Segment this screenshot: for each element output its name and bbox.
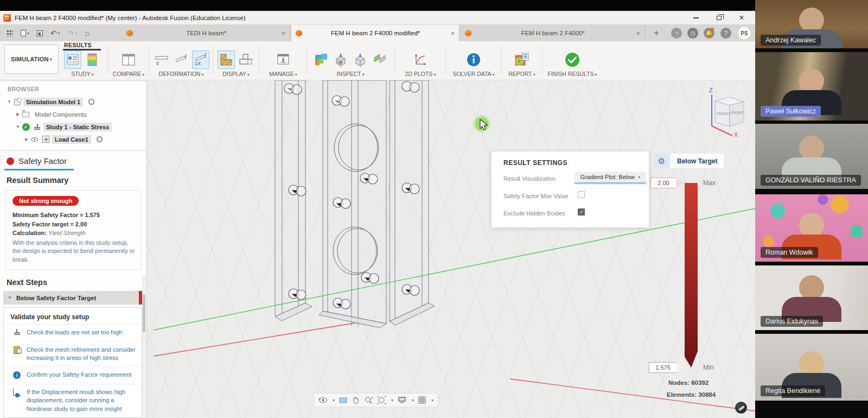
study-legend-icon[interactable]	[84, 50, 101, 69]
next-steps-heading: Next Steps	[0, 270, 146, 291]
tree-item-load-case1[interactable]: ▶ Load Case1	[0, 133, 146, 145]
group-solver-data: SOLVER DATA▾	[449, 50, 499, 77]
minimize-button[interactable]	[685, 11, 707, 25]
fit-view-icon[interactable]	[377, 396, 386, 404]
solver-data-dropdown[interactable]: SOLVER DATA▾	[452, 71, 494, 77]
display-settings-icon[interactable]	[397, 396, 407, 404]
2d-plots-dropdown[interactable]: 2D PLOTS▾	[405, 71, 436, 77]
panel-scrollbar[interactable]	[142, 275, 146, 418]
safety-status-dot	[7, 157, 14, 165]
file-menu-button[interactable]: ▾	[21, 30, 29, 36]
inspect-dropdown[interactable]: INSPECT▾	[336, 71, 365, 77]
tree-item-model-components[interactable]: ▶ Model Components	[0, 108, 146, 121]
below-target-section-header[interactable]: ▼ Below Safety Factor Target	[3, 291, 142, 305]
legend-header[interactable]: Below Target	[671, 154, 724, 168]
legend-min-marker[interactable]: 1.575	[649, 362, 677, 373]
display-blocks-icon[interactable]	[237, 50, 254, 69]
user-avatar[interactable]: PS	[738, 27, 751, 40]
video-tile[interactable]: Darius Eidukynas	[755, 265, 868, 330]
fusion-doc-icon	[296, 30, 302, 37]
study-dropdown[interactable]: STUDY▾	[71, 71, 94, 77]
svg-text:I: I	[185, 53, 187, 59]
manage-icon[interactable]	[275, 50, 292, 69]
deformation-adjusted-icon[interactable]: I	[173, 50, 190, 69]
video-tile[interactable]: Regita Bendikienė	[755, 334, 868, 401]
legend-settings-gear-icon[interactable]: ⚙	[654, 154, 669, 168]
video-tile[interactable]: GONZALO VALIÑO RIESTRA	[755, 124, 868, 189]
look-at-icon[interactable]	[339, 396, 348, 404]
calculation-line: Calculation: Yield Strength	[12, 229, 135, 238]
2d-plots-icon[interactable]	[412, 50, 429, 69]
workspace-selector[interactable]: SIMULATION▾	[4, 45, 59, 74]
tab-tedi-h-beam[interactable]: TEDI H beam* ×	[122, 25, 290, 41]
close-button[interactable]: ×	[730, 11, 753, 25]
deformation-dropdown[interactable]: DEFORMATION▾	[159, 71, 204, 77]
tab-fem-h-beam[interactable]: FEM H beam 2 F4000* ×	[461, 25, 645, 41]
undo-button[interactable]: ↶▾	[50, 29, 60, 37]
restore-button[interactable]	[707, 11, 730, 25]
legend-max-marker[interactable]: 2.00	[650, 178, 676, 188]
home-icon[interactable]: ⌂	[85, 29, 90, 37]
tree-item-study1[interactable]: ▼ ✓ Study 1 - Static Stress	[0, 121, 146, 133]
info-icon: i	[10, 371, 23, 379]
report-icon[interactable]	[513, 50, 531, 69]
exclude-hidden-checkbox[interactable]	[578, 208, 585, 216]
video-tile[interactable]: Andrzej Kawalec	[755, 0, 868, 48]
fusion-doc-icon	[465, 30, 471, 37]
ribbon-tab-results[interactable]: RESULTS	[64, 42, 92, 48]
tree-item-simulation-model[interactable]: ▼ Simulation Model 1	[0, 96, 146, 108]
manage-dropdown[interactable]: MANAGE▾	[269, 71, 297, 77]
video-tile[interactable]: Roman Wdowik	[755, 194, 868, 262]
orbit-icon[interactable]	[318, 396, 328, 404]
app-grid-icon[interactable]	[7, 30, 13, 36]
svg-text:0: 0	[156, 61, 159, 66]
visualization-dropdown[interactable]: Gradient Plot: Below▾	[575, 172, 646, 184]
save-button[interactable]	[37, 30, 43, 36]
display-mesh-icon[interactable]	[218, 50, 235, 69]
tab-fem-h-beam-modified[interactable]: FEM H beam 2 F4000 modified* ×	[291, 25, 459, 41]
video-tile[interactable]: Paweł Sułkowicz	[755, 52, 868, 121]
visibility-eye-icon[interactable]	[30, 135, 39, 143]
step-check-loads[interactable]: Check the loads are not set too high	[4, 324, 142, 341]
nonlinear-chart-icon	[10, 389, 23, 396]
inspect-xyz-probe-icon[interactable]: xyz	[332, 50, 349, 69]
nodes-count: Nodes: 60392	[668, 379, 709, 386]
inspect-probe-icon[interactable]	[352, 50, 369, 69]
participant-name: GONZALO VALIÑO RIESTRA	[761, 175, 861, 186]
compare-dropdown[interactable]: COMPARE▾	[113, 71, 144, 77]
help-icon[interactable]: ?	[720, 28, 731, 39]
view-cube[interactable]: Z FRONT RIGHT X	[709, 87, 744, 138]
activate-radio[interactable]	[97, 136, 103, 142]
finish-results-icon[interactable]	[564, 50, 581, 69]
inspect-slice-icon[interactable]	[371, 50, 388, 69]
inspect-result-icon[interactable]	[312, 50, 330, 69]
job-status-icon[interactable]: ◔	[671, 28, 682, 39]
compare-icon[interactable]	[120, 50, 137, 69]
new-tab-button[interactable]: +	[650, 27, 662, 39]
deformation-scale-icon[interactable]: I1X	[192, 50, 209, 69]
ribbon-toolbar: SIMULATION▾ RESULTS STUDY▾	[0, 41, 755, 80]
report-dropdown[interactable]: REPORT▾	[508, 71, 535, 77]
display-dropdown[interactable]: DISPLAY▾	[222, 71, 250, 77]
solved-check-icon: ✓	[22, 123, 30, 131]
finish-results-dropdown[interactable]: FINISH RESULTS▾	[548, 71, 597, 77]
zoom-icon[interactable]: ±	[364, 396, 373, 404]
step-confirm-requirement[interactable]: i Confirm your Safety Factor requirement	[4, 366, 142, 383]
solver-data-icon[interactable]	[465, 50, 482, 69]
step-nonlinear-study[interactable]: If the Displacement result shows high di…	[4, 384, 142, 417]
tab-close-icon[interactable]: ×	[450, 29, 455, 37]
grid-settings-icon[interactable]	[418, 396, 426, 404]
redo-button[interactable]: ↷▾	[68, 29, 78, 37]
clock-icon[interactable]: ◷	[687, 28, 698, 39]
step-check-mesh[interactable]: Check the mesh refinement and consider i…	[4, 341, 142, 367]
deformation-actual-icon[interactable]: 0	[153, 50, 170, 69]
study-manager-icon[interactable]	[64, 50, 81, 69]
svg-text:X: X	[734, 131, 738, 138]
group-manage: MANAGE▾	[262, 50, 304, 77]
notifications-bell-icon[interactable]: 🔔	[704, 28, 714, 39]
activate-radio[interactable]	[88, 99, 94, 105]
tab-close-icon[interactable]: ×	[281, 29, 285, 37]
tab-close-icon[interactable]: ×	[636, 29, 640, 37]
pan-hand-icon[interactable]	[352, 396, 360, 404]
max-value-checkbox[interactable]	[578, 191, 585, 198]
